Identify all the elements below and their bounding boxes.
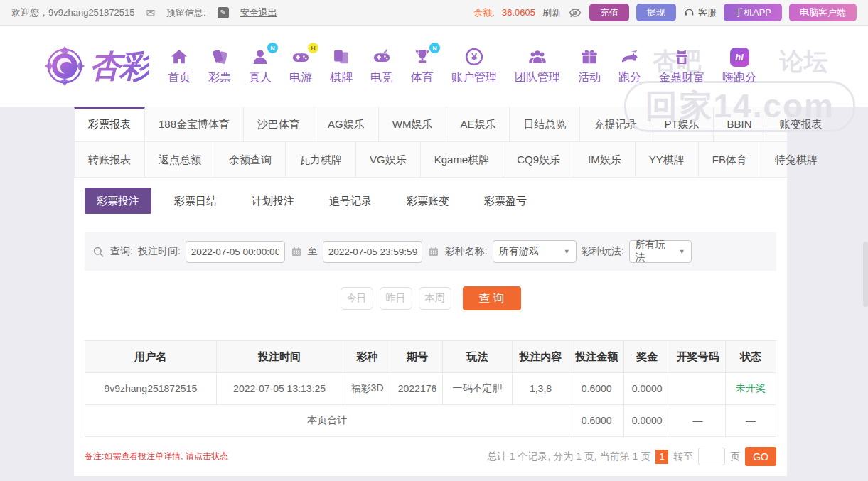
col-issue: 期号 bbox=[392, 341, 443, 373]
current-page-button[interactable]: 1 bbox=[655, 450, 668, 464]
today-button[interactable]: 今日 bbox=[341, 287, 373, 310]
hot-badge: H bbox=[308, 43, 318, 53]
pc-client-button[interactable]: 电脑客户端 bbox=[789, 4, 857, 21]
tab-wm[interactable]: WM娱乐 bbox=[379, 107, 447, 141]
nav-item-activity[interactable]: 活动 bbox=[578, 47, 601, 85]
scrollbar-thumb[interactable] bbox=[863, 242, 868, 307]
lottery-name-select[interactable]: 所有游戏▼ bbox=[493, 240, 577, 263]
site-logo[interactable]: 杏彩 bbox=[44, 45, 149, 87]
refresh-balance-button[interactable]: 刷新 bbox=[542, 6, 561, 19]
go-button[interactable]: GO bbox=[745, 447, 776, 466]
col-status: 状态 bbox=[725, 341, 776, 373]
tab-saba-sports[interactable]: 沙巴体育 bbox=[244, 107, 314, 141]
bet-time-to-input[interactable] bbox=[323, 241, 422, 263]
tab-ae[interactable]: AE娱乐 bbox=[446, 107, 510, 141]
svg-text:¥: ¥ bbox=[471, 51, 478, 63]
col-lottery: 彩种 bbox=[343, 341, 392, 373]
yuan-coin-icon: ¥ bbox=[464, 47, 485, 67]
rhino-icon bbox=[619, 47, 641, 67]
tab-balance-query[interactable]: 余额查询 bbox=[215, 142, 286, 177]
subtab-lottery-bets[interactable]: 彩票投注 bbox=[85, 188, 151, 214]
goto-page-input[interactable] bbox=[698, 448, 725, 465]
subtab-lottery-daily[interactable]: 彩票日结 bbox=[162, 188, 229, 214]
yesterday-button[interactable]: 昨日 bbox=[380, 287, 412, 310]
nav-item-esports[interactable]: 电竞 bbox=[370, 47, 393, 85]
tab-pt[interactable]: PT娱乐 bbox=[650, 107, 713, 141]
cell-issue: 2022176 bbox=[392, 373, 443, 405]
nav-item-paofen[interactable]: 跑分 bbox=[618, 47, 641, 85]
this-week-button[interactable]: 本周 bbox=[419, 287, 451, 310]
nav-item-team[interactable]: 团队管理 bbox=[515, 47, 560, 85]
nav-item-account[interactable]: ¥ 账户管理 bbox=[451, 47, 497, 85]
tab-cq9[interactable]: CQ9娱乐 bbox=[503, 142, 574, 177]
tab-daily-overview[interactable]: 日结总览 bbox=[510, 107, 580, 141]
tab-vg[interactable]: VG娱乐 bbox=[356, 142, 421, 177]
play-type-select[interactable]: 所有玩法▼ bbox=[629, 240, 692, 263]
calendar-icon[interactable] bbox=[290, 245, 303, 258]
page-background: 彩票报表 188金宝博体育 沙巴体育 AG娱乐 WM娱乐 AE娱乐 日结总览 充… bbox=[0, 107, 868, 481]
pagination-summary: 总计 1 个记录, 分为 1 页, 当前第 1 页 bbox=[487, 450, 650, 463]
customer-service-link[interactable]: 客服 bbox=[683, 6, 717, 19]
nav-item-egames[interactable]: H 电游 bbox=[289, 47, 312, 85]
col-bet-time: 投注时间 bbox=[216, 341, 343, 373]
subtab-plan-bets[interactable]: 计划投注 bbox=[240, 188, 306, 214]
tab-deposit-withdraw-records[interactable]: 充提记录 bbox=[580, 107, 650, 141]
bet-time-from-input[interactable] bbox=[186, 241, 285, 263]
mobile-app-button[interactable]: 手机APP bbox=[724, 4, 782, 21]
new-badge: N bbox=[429, 43, 440, 53]
tab-im[interactable]: IM娱乐 bbox=[574, 142, 636, 177]
tab-kgame[interactable]: Kgame棋牌 bbox=[421, 142, 504, 177]
cell-bet-content: 1,3,8 bbox=[512, 373, 569, 405]
pagination: 总计 1 个记录, 分为 1 页, 当前第 1 页 1 转至 页 GO bbox=[487, 447, 776, 466]
cell-bet-amount: 0.6000 bbox=[569, 373, 624, 405]
tab-account-change-report[interactable]: 账变报表 bbox=[766, 107, 837, 141]
home-icon bbox=[168, 47, 190, 67]
tab-wali-games[interactable]: 瓦力棋牌 bbox=[286, 142, 356, 177]
subtab-lottery-account-change[interactable]: 彩票账变 bbox=[395, 188, 461, 214]
report-card: 彩票报表 188金宝博体育 沙巴体育 AG娱乐 WM娱乐 AE娱乐 日结总览 充… bbox=[74, 107, 787, 476]
cards-icon bbox=[331, 47, 352, 67]
recharge-button[interactable]: 充值 bbox=[589, 4, 629, 21]
balance-value: 36.0605 bbox=[502, 7, 535, 18]
bet-time-label: 投注时间: bbox=[138, 245, 181, 258]
withdraw-button[interactable]: 提现 bbox=[636, 4, 676, 21]
nav-item-live[interactable]: N 真人 bbox=[249, 47, 272, 85]
summary-prize-total: 0.0000 bbox=[624, 405, 670, 437]
nav-item-lottery[interactable]: 彩票 bbox=[208, 47, 231, 85]
throne-icon bbox=[671, 47, 692, 67]
quick-filter-row: 今日 昨日 本周 查 询 bbox=[74, 286, 787, 310]
query-button[interactable]: 查 询 bbox=[463, 286, 521, 310]
summary-draw-dash: — bbox=[670, 405, 726, 437]
edit-message-icon[interactable]: ✎ bbox=[218, 7, 229, 18]
tab-bbin[interactable]: BBIN bbox=[714, 107, 766, 141]
tab-ag[interactable]: AG娱乐 bbox=[314, 107, 379, 141]
esports-controller-icon bbox=[371, 47, 392, 67]
tab-yy-games[interactable]: YY棋牌 bbox=[636, 142, 699, 177]
nav-item-hi-paofen[interactable]: hi 嗨跑分 bbox=[722, 47, 756, 85]
tab-transfer-report[interactable]: 转账报表 bbox=[74, 142, 145, 177]
hide-balance-icon[interactable] bbox=[568, 6, 582, 20]
envelope-icon[interactable]: ✉ bbox=[146, 6, 155, 19]
lottery-ticket-icon bbox=[209, 47, 230, 67]
cell-status[interactable]: 未开奖 bbox=[725, 373, 776, 405]
tab-fb-sports[interactable]: FB体育 bbox=[699, 142, 761, 177]
tab-188-sports[interactable]: 188金宝博体育 bbox=[145, 107, 244, 141]
team-icon bbox=[527, 47, 548, 67]
subtab-chase-records[interactable]: 追号记录 bbox=[317, 188, 384, 214]
tab-lottery-report[interactable]: 彩票报表 bbox=[74, 107, 145, 141]
nav-item-home[interactable]: 首页 bbox=[168, 47, 191, 85]
cell-prize: 0.0000 bbox=[624, 373, 670, 405]
nav-item-jinding-wealth[interactable]: 金鼎财富 bbox=[659, 47, 704, 85]
report-tabs-row-1: 彩票报表 188金宝博体育 沙巴体育 AG娱乐 WM娱乐 AE娱乐 日结总览 充… bbox=[74, 107, 787, 142]
summary-row: 本页合计 0.6000 0.0000 — — bbox=[85, 405, 776, 437]
calendar-icon[interactable] bbox=[427, 245, 440, 258]
logout-link[interactable]: 安全退出 bbox=[240, 6, 277, 19]
tab-tetu-games[interactable]: 特兔棋牌 bbox=[761, 142, 832, 177]
logo-text: 杏彩 bbox=[90, 45, 149, 87]
subtab-lottery-profit-loss[interactable]: 彩票盈亏 bbox=[472, 188, 539, 214]
nav-item-sports[interactable]: N 体育 bbox=[411, 47, 434, 85]
tab-rebate-total[interactable]: 返点总额 bbox=[145, 142, 215, 177]
nav-item-board-games[interactable]: 棋牌 bbox=[330, 47, 353, 85]
bets-table: 用户名 投注时间 彩种 期号 玩法 投注内容 投注金额 奖金 开奖号码 状态 9… bbox=[85, 340, 776, 437]
trophy-icon: N bbox=[412, 47, 433, 67]
